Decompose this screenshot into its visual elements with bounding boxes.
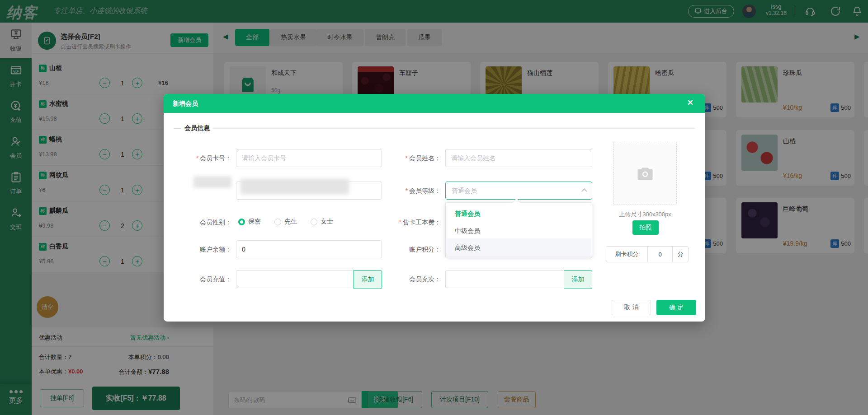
- gender-label: 会员性别：: [189, 219, 231, 227]
- radio-secret[interactable]: 保密: [238, 218, 261, 226]
- radio-icon: [238, 219, 245, 225]
- member-level-label: *会员等级：: [391, 187, 441, 195]
- member-name-input[interactable]: [445, 149, 592, 167]
- add-member-modal: 新增会员 ✕ 会员信息 *会员卡号： *会员姓名： *会员等级： 普通会员 会员…: [164, 94, 705, 322]
- acct-points-label: 账户积分：: [391, 246, 441, 254]
- redacted-value: [241, 179, 349, 194]
- recharge-input[interactable]: [236, 270, 354, 288]
- card-fee-label: *售卡工本费：: [382, 219, 441, 227]
- radio-icon: [274, 219, 281, 225]
- radio-icon: [311, 219, 317, 225]
- modal-header: 新增会员 ✕: [164, 94, 705, 113]
- swipe-points-value[interactable]: 0: [648, 247, 673, 262]
- close-icon[interactable]: ✕: [687, 98, 693, 107]
- chevron-up-icon: [581, 188, 587, 194]
- photo-upload-box[interactable]: [613, 142, 677, 205]
- confirm-button[interactable]: 确 定: [656, 300, 696, 315]
- level-option-normal[interactable]: 普通会员: [446, 205, 592, 223]
- swipe-points-unit: 分: [673, 247, 688, 262]
- balance-input[interactable]: [236, 240, 382, 258]
- member-level-select[interactable]: 普通会员: [445, 182, 592, 200]
- level-option-middle[interactable]: 中级会员: [446, 222, 592, 240]
- card-no-input[interactable]: [236, 149, 382, 167]
- recharge-times-add-button[interactable]: 添加: [564, 270, 592, 289]
- level-selected-value: 普通会员: [452, 187, 477, 195]
- level-dropdown: 普通会员 中级会员 高级会员: [445, 202, 592, 256]
- radio-mr[interactable]: 先生: [274, 218, 297, 226]
- camera-icon: [635, 163, 655, 183]
- recharge-times-input[interactable]: [445, 270, 564, 288]
- section-dash: [174, 128, 181, 129]
- upload-hint: 上传尺寸300x300px: [604, 210, 686, 219]
- pos-app: 纳客 专注单店、小连锁的收银系统 进入后台 lssg v1.32.16 收银 V…: [0, 0, 868, 415]
- member-name-label: *会员姓名：: [391, 154, 441, 163]
- recharge-times-label: 会员充次：: [391, 275, 441, 284]
- section-title: 会员信息: [184, 124, 210, 132]
- recharge-label: 会员充值：: [189, 275, 231, 284]
- cancel-button[interactable]: 取 消: [612, 300, 651, 315]
- modal-title: 新增会员: [173, 100, 198, 108]
- swipe-points-label: 刷卡积分: [606, 247, 648, 262]
- redacted-label: [193, 176, 231, 188]
- balance-label: 账户余额：: [189, 246, 231, 254]
- card-no-label: *会员卡号：: [182, 154, 231, 163]
- level-option-high[interactable]: 高级会员: [446, 238, 592, 256]
- take-photo-button[interactable]: 拍照: [632, 220, 659, 235]
- section-line: [212, 128, 695, 129]
- recharge-add-button[interactable]: 添加: [354, 270, 382, 289]
- member-info-section: 会员信息: [164, 124, 705, 133]
- radio-ms[interactable]: 女士: [311, 218, 333, 226]
- swipe-points-group: 刷卡积分 0 分: [606, 246, 689, 262]
